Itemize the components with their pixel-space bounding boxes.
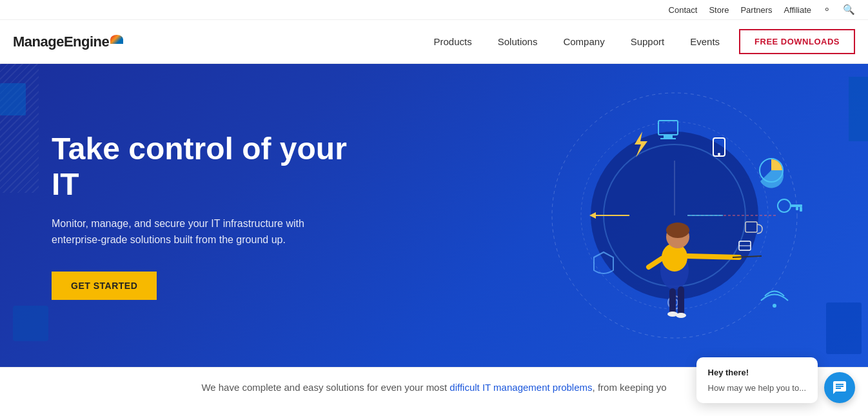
svg-point-8 xyxy=(718,153,720,155)
svg-rect-12 xyxy=(800,207,802,212)
main-navbar: ManageEngine Products Solutions Company … xyxy=(0,20,868,64)
nav-support[interactable]: Support xyxy=(631,36,665,47)
nav-events[interactable]: Events xyxy=(690,36,720,47)
free-downloads-button[interactable]: FREE DOWNLOADS xyxy=(739,29,855,54)
logo-text: ManageEngine xyxy=(13,34,109,50)
top-bar-affiliate[interactable]: Affiliate xyxy=(784,5,811,15)
hero-subtitle: Monitor, manage, and secure your IT infr… xyxy=(52,215,348,248)
bottom-teaser-text: We have complete and easy solutions for … xyxy=(201,382,666,393)
svg-rect-33 xyxy=(669,288,676,314)
logo[interactable]: ManageEngine xyxy=(13,34,123,50)
decor-box-bottomleft xyxy=(13,306,48,341)
hero-title: Take control of your IT xyxy=(52,131,361,202)
decor-box-bottomright xyxy=(826,302,862,354)
svg-rect-13 xyxy=(796,207,798,210)
bottom-teaser-highlight: difficult IT management problems xyxy=(449,382,592,393)
chat-bubble-subtitle: How may we help you to... xyxy=(708,382,806,395)
svg-rect-6 xyxy=(660,138,676,139)
top-bar-partners[interactable]: Partners xyxy=(740,5,772,15)
svg-rect-11 xyxy=(791,204,802,207)
svg-rect-34 xyxy=(678,286,684,315)
chat-widget: Hey there! How may we help you to... xyxy=(696,357,855,403)
decor-box-topright xyxy=(849,77,868,141)
decor-box-topleft xyxy=(0,83,26,115)
top-bar: Contact Store Partners Affiliate ⚬ 🔍 xyxy=(0,0,868,20)
hero-section: Take control of your IT Monitor, manage,… xyxy=(0,64,868,367)
chat-bubble-title: Hey there! xyxy=(708,366,806,379)
search-icon[interactable]: 🔍 xyxy=(843,4,855,15)
nav-company[interactable]: Company xyxy=(563,36,604,47)
user-icon[interactable]: ⚬ xyxy=(823,4,831,15)
svg-point-15 xyxy=(773,304,776,308)
svg-line-30 xyxy=(687,256,739,257)
svg-point-36 xyxy=(676,313,686,318)
get-started-button[interactable]: GET STARTED xyxy=(52,272,157,300)
top-bar-contact[interactable]: Contact xyxy=(669,5,698,15)
logo-arc-icon xyxy=(110,35,123,44)
svg-point-29 xyxy=(666,223,689,238)
nav-links: Products Solutions Company Support Event… xyxy=(434,36,720,48)
chat-icon xyxy=(832,380,847,395)
hero-illustration xyxy=(494,77,829,354)
svg-point-10 xyxy=(778,199,791,212)
svg-rect-5 xyxy=(664,135,673,138)
chat-bubble: Hey there! How may we help you to... xyxy=(696,357,818,403)
hero-content: Take control of your IT Monitor, manage,… xyxy=(0,131,361,300)
nav-solutions[interactable]: Solutions xyxy=(498,36,538,47)
nav-products[interactable]: Products xyxy=(434,36,472,47)
top-bar-store[interactable]: Store xyxy=(709,5,729,15)
chat-open-button[interactable] xyxy=(824,372,855,403)
